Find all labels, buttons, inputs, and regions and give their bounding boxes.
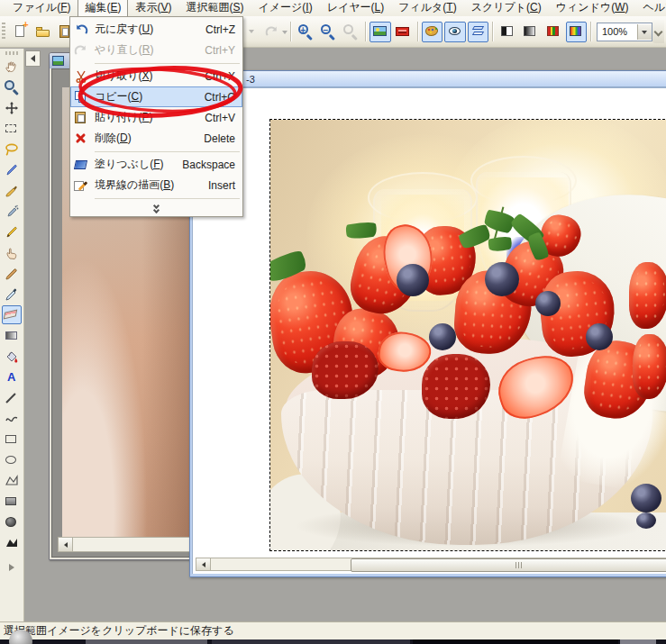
menu-expand-button[interactable]	[70, 201, 242, 214]
label: イメージ(I)	[259, 1, 313, 14]
rectangle-tool[interactable]	[2, 430, 22, 449]
menu-file[interactable]: ファイル(F)	[5, 0, 78, 18]
menu-view[interactable]: 表示(V)	[128, 0, 178, 18]
contrast-button[interactable]	[497, 22, 517, 42]
taskbar-item[interactable]	[413, 639, 618, 644]
open-file-button[interactable]	[32, 22, 53, 42]
blueberry-graphic	[631, 484, 661, 512]
label: 塗りつぶし(F)	[95, 157, 170, 172]
toggle-rainbow-palette-button[interactable]	[566, 22, 587, 42]
zoom-in-button[interactable]	[295, 22, 315, 42]
scrollbar-track[interactable]	[73, 538, 194, 551]
airbrush-tool[interactable]	[2, 202, 22, 221]
window-title-bar[interactable]: -3	[190, 71, 666, 87]
menu-help[interactable]: ヘルプ(H)	[636, 0, 666, 18]
menu-item-delete[interactable]: 削除(D)Delete	[70, 128, 242, 149]
color-window-button[interactable]	[393, 22, 414, 42]
smudge-tool[interactable]	[2, 243, 22, 262]
document-window-front[interactable]: -3	[189, 70, 666, 577]
text-tool[interactable]	[2, 367, 22, 386]
horizontal-scrollbar[interactable]	[58, 537, 195, 552]
clone-brush-tool-icon	[4, 266, 20, 282]
label: ファイル(F)	[13, 1, 70, 14]
polygon-tool[interactable]	[2, 471, 22, 490]
clone-brush-tool[interactable]	[2, 264, 22, 283]
gradient-tool[interactable]	[2, 326, 22, 345]
menu-item-cut[interactable]: 切り取り(X)Ctrl+X	[70, 66, 242, 86]
zoom-level-value: 100%	[598, 26, 637, 37]
palette-icon	[424, 23, 441, 40]
zoom-actual-button[interactable]	[341, 22, 361, 42]
pan-tool[interactable]	[2, 57, 22, 76]
pen-tool[interactable]	[2, 160, 22, 179]
horizontal-scrollbar[interactable]	[196, 558, 666, 571]
zoom-tool[interactable]	[2, 77, 22, 96]
scroll-left-button[interactable]	[196, 558, 211, 570]
pencil-tool[interactable]	[2, 222, 22, 241]
menu-item-redo[interactable]: やり直し(R)Ctrl+Y	[70, 40, 242, 60]
redo-button[interactable]	[265, 22, 287, 42]
select-rect-tool-icon	[4, 121, 20, 137]
toggle-palette-window-button[interactable]	[422, 22, 442, 42]
menu-image[interactable]: イメージ(I)	[251, 0, 320, 18]
canvas-image[interactable]	[269, 119, 666, 551]
move-tool[interactable]	[2, 98, 22, 117]
eraser-tool[interactable]	[2, 305, 22, 324]
taskbar-item[interactable]	[620, 639, 656, 644]
berries-group	[270, 120, 666, 550]
menu-shortcut: Backspace	[170, 159, 242, 171]
ellipse-tool[interactable]	[2, 450, 22, 469]
taskbar-strip[interactable]	[0, 639, 666, 644]
line-tool[interactable]	[2, 388, 22, 407]
toolbar-overflow-button[interactable]	[652, 20, 664, 43]
menu-item-draw-border[interactable]: 境界線の描画(B)Insert	[70, 175, 242, 195]
undo-dropdown-button[interactable]	[242, 22, 262, 42]
lasso-tool[interactable]	[2, 140, 22, 159]
menu-filter[interactable]: フィルタ(T)	[391, 0, 463, 18]
scroll-left-button[interactable]	[59, 538, 73, 551]
eraser-tool-icon	[4, 307, 20, 323]
copy-icon	[73, 89, 91, 105]
palette-expand-button[interactable]	[2, 558, 22, 576]
grayscale-button[interactable]	[520, 22, 541, 42]
zoom-out-button[interactable]	[317, 22, 338, 42]
filled-ellipse-tool[interactable]	[2, 512, 22, 531]
menu-selection[interactable]: 選択範囲(S)	[179, 0, 251, 18]
menu-item-fill[interactable]: 塗りつぶし(F)Backspace	[70, 154, 242, 175]
toggle-preview-window-button[interactable]	[444, 22, 465, 42]
menu-layer[interactable]: レイヤー(L)	[320, 0, 392, 18]
new-file-button[interactable]	[10, 22, 31, 42]
menu-script[interactable]: スクリプト(C)	[464, 0, 549, 18]
preview-eye-icon	[447, 23, 463, 40]
filled-rectangle-tool[interactable]	[2, 492, 22, 511]
select-rect-tool[interactable]	[2, 119, 22, 138]
curve-tool[interactable]	[2, 409, 22, 428]
toggle-image-window-button[interactable]	[369, 22, 390, 42]
menu-item-undo[interactable]: 元に戻す(U)Ctrl+Z	[70, 19, 242, 40]
new-file-icon	[13, 23, 29, 40]
eyedropper-tool[interactable]	[2, 285, 22, 304]
scrollbar-thumb[interactable]	[351, 558, 666, 572]
zoom-level-combobox[interactable]: 100%	[597, 23, 652, 41]
label: ヘルプ(H)	[643, 1, 666, 14]
rect-tool-icon	[4, 431, 20, 448]
document-icon	[52, 56, 64, 66]
dropdown-arrow-icon	[282, 31, 287, 37]
taskbar-item[interactable]	[86, 639, 207, 644]
menu-edit[interactable]: 編集(E)	[78, 0, 128, 18]
menu-item-paste[interactable]: 貼り付け(P)Ctrl+V	[70, 107, 242, 128]
scrollbar-track[interactable]	[211, 558, 666, 570]
toggle-layers-window-button[interactable]	[468, 22, 488, 42]
combobox-dropdown-button[interactable]	[637, 24, 652, 40]
taskbar-item[interactable]	[212, 639, 410, 644]
menu-separator	[70, 149, 242, 154]
filled-polygon-tool[interactable]	[2, 533, 22, 552]
workspace-scroll-left-button[interactable]	[25, 50, 41, 67]
fill-bucket-tool[interactable]	[2, 347, 22, 366]
label: フィルタ(T)	[398, 1, 456, 14]
menu-window[interactable]: ウィンドウ(W)	[549, 0, 636, 18]
border-draw-icon	[73, 177, 91, 194]
brush-tool[interactable]	[2, 181, 22, 200]
menu-item-copy[interactable]: コピー(C)Ctrl+C	[70, 86, 242, 107]
color-grid-button[interactable]	[543, 22, 563, 42]
